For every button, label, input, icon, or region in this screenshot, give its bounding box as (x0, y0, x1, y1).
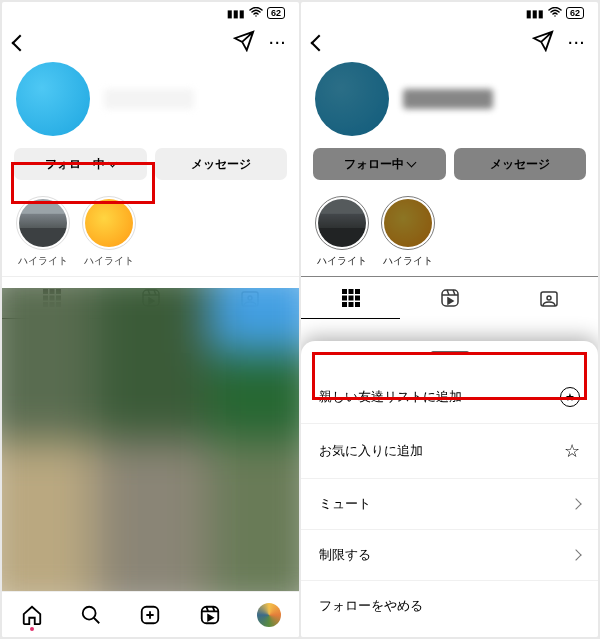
nav-reels[interactable] (197, 602, 223, 628)
battery-icon: 62 (566, 7, 584, 19)
back-icon[interactable] (12, 35, 29, 52)
back-icon[interactable] (311, 35, 328, 52)
nav-create[interactable] (137, 602, 163, 628)
signal-icon: ▮▮▮ (526, 8, 544, 19)
username-redacted (104, 89, 194, 109)
sheet-add-favorites[interactable]: お気に入りに追加 ☆ (301, 424, 598, 479)
nav-search[interactable] (78, 602, 104, 628)
username-redacted (403, 89, 493, 109)
sheet-unfollow[interactable]: フォローをやめる (301, 581, 598, 631)
nav-home[interactable] (19, 602, 45, 628)
star-outline-icon: ☆ (564, 440, 580, 462)
highlight-item[interactable]: ハイライト (82, 196, 136, 268)
top-bar: ··· (301, 24, 598, 62)
highlights-row: ハイライト ハイライト (301, 192, 598, 276)
bottom-nav (2, 591, 299, 637)
send-icon[interactable] (233, 30, 255, 56)
star-circle-icon: ★ (560, 387, 580, 407)
posts-grid[interactable] (2, 288, 299, 591)
action-sheet: 親しい友達リストに追加 ★ お気に入りに追加 ☆ ミュート 制限する フォローを… (301, 341, 598, 637)
content-tabs (301, 276, 598, 319)
tab-reels[interactable] (400, 277, 499, 319)
wifi-icon (548, 7, 562, 19)
highlight-item[interactable]: ハイライト (16, 196, 70, 268)
send-icon[interactable] (532, 30, 554, 56)
sheet-item-label: 制限する (319, 546, 371, 564)
message-button[interactable]: メッセージ (454, 148, 587, 180)
highlights-row: ハイライト ハイライト (2, 192, 299, 276)
chevron-down-icon (406, 158, 416, 168)
status-bar: ▮▮▮ 62 (301, 2, 598, 24)
more-icon[interactable]: ··· (568, 35, 586, 51)
svg-point-3 (83, 606, 96, 619)
phone-right: ▮▮▮ 62 ··· フ (301, 2, 598, 637)
chevron-right-icon (570, 549, 581, 560)
following-label: フォロー中 (45, 156, 105, 173)
svg-point-8 (547, 296, 551, 300)
sheet-item-label: 親しい友達リストに追加 (319, 388, 462, 406)
tagged-icon (539, 288, 559, 308)
avatar-icon (257, 603, 281, 627)
highlight-label: ハイライト (383, 254, 433, 268)
svg-rect-5 (202, 606, 219, 623)
chevron-right-icon (570, 498, 581, 509)
sheet-item-label: ミュート (319, 495, 371, 513)
message-label: メッセージ (490, 156, 550, 173)
top-bar: ··· (2, 24, 299, 62)
reels-icon (199, 604, 221, 626)
highlight-label: ハイライト (84, 254, 134, 268)
following-label: フォロー中 (344, 156, 404, 173)
message-button[interactable]: メッセージ (155, 148, 288, 180)
following-button[interactable]: フォロー中 (313, 148, 446, 180)
grid-icon (341, 288, 361, 308)
profile-header (301, 62, 598, 148)
home-icon (21, 604, 43, 626)
highlight-label: ハイライト (317, 254, 367, 268)
sheet-mute[interactable]: ミュート (301, 479, 598, 530)
highlight-item[interactable]: ハイライト (381, 196, 435, 268)
signal-icon: ▮▮▮ (227, 8, 245, 19)
tab-tagged[interactable] (499, 277, 598, 319)
phone-left: ▮▮▮ 62 ··· フ (2, 2, 299, 637)
battery-icon: 62 (267, 7, 285, 19)
sheet-handle[interactable] (431, 351, 469, 355)
chevron-down-icon (107, 158, 117, 168)
following-button[interactable]: フォロー中 (14, 148, 147, 180)
status-bar: ▮▮▮ 62 (2, 2, 299, 24)
sheet-restrict[interactable]: 制限する (301, 530, 598, 581)
highlight-label: ハイライト (18, 254, 68, 268)
sheet-add-close-friends[interactable]: 親しい友達リストに追加 ★ (301, 371, 598, 424)
reels-icon (440, 288, 460, 308)
plus-icon (139, 604, 161, 626)
sheet-item-label: フォローをやめる (319, 597, 423, 615)
wifi-icon (249, 7, 263, 19)
avatar[interactable] (16, 62, 90, 136)
tab-grid[interactable] (301, 277, 400, 319)
search-icon (80, 604, 102, 626)
message-label: メッセージ (191, 156, 251, 173)
highlight-item[interactable]: ハイライト (315, 196, 369, 268)
avatar[interactable] (315, 62, 389, 136)
nav-profile[interactable] (256, 602, 282, 628)
notification-dot (30, 627, 34, 631)
more-icon[interactable]: ··· (269, 35, 287, 51)
sheet-item-label: お気に入りに追加 (319, 442, 423, 460)
profile-header (2, 62, 299, 148)
